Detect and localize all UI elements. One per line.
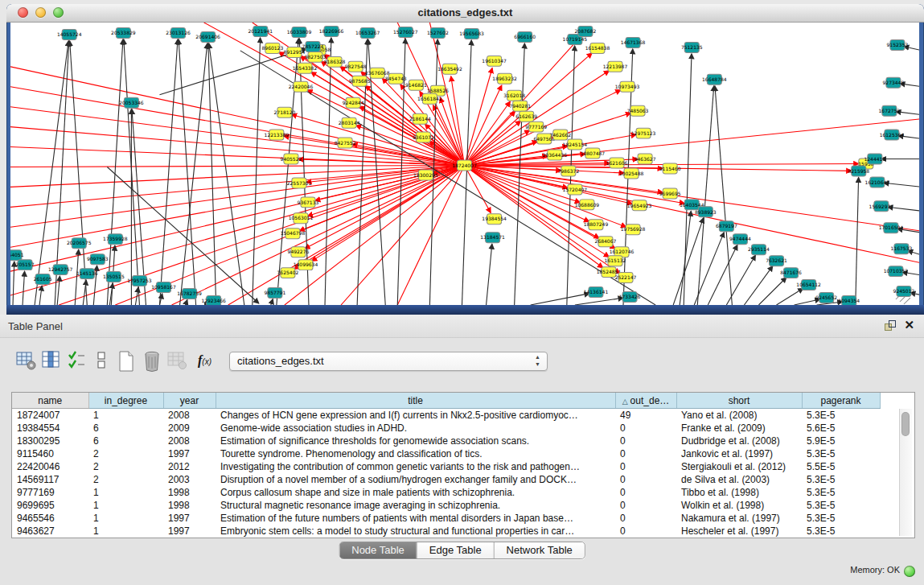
node-table[interactable]: namein_degreeyeartitle△out_de…shortpager… [11,392,915,538]
graph-node[interactable]: 205157 [16,260,35,270]
graph-node[interactable]: 8215958 [848,166,869,176]
graph-node[interactable]: 254051 [10,250,24,261]
graph-node[interactable]: 10958167 [151,282,176,293]
graph-node[interactable]: 18635492 [437,64,462,74]
table-cell[interactable]: 0 [615,460,676,473]
graph-node[interactable]: 18807249 [584,220,609,230]
graph-node[interactable]: 9245652 [815,293,837,303]
table-cell[interactable]: 1 [88,512,163,525]
network-view[interactable]: 1872400718300295896012389129541822605898… [10,23,919,305]
table-cell[interactable]: 9777169 [12,486,88,499]
graph-node[interactable]: 9367133 [298,197,319,208]
close-panel-icon[interactable]: ✕ [904,318,914,332]
table-cell[interactable]: 0 [615,447,676,460]
table-cell[interactable]: 5.3E-5 [802,512,880,525]
graph-node[interactable]: 9777169 [525,122,547,132]
graph-node[interactable]: 2803144 [339,117,360,128]
table-cell[interactable]: Genome-wide association studies in ADHD. [216,422,615,435]
table-cell[interactable]: Tourette syndrome. Phenomenology and cla… [216,447,615,460]
table-cell[interactable] [880,447,900,460]
graph-node[interactable]: 10807487 [581,148,606,159]
graph-node[interactable]: 1167533 [891,244,913,254]
table-cell[interactable]: 0 [615,525,676,538]
table-cell[interactable]: 2009 [163,422,216,435]
graph-node[interactable]: 12923466 [201,296,226,305]
row-height-icon[interactable] [95,350,117,373]
table-row[interactable]: 969969511998Structural magnetic resonanc… [12,499,900,512]
graph-node[interactable]: 9875685 [349,76,371,86]
table-cell[interactable]: 6 [88,435,163,447]
table-cell[interactable]: de Silva et al. (2003) [676,473,802,486]
table-cell[interactable]: 0 [615,499,676,512]
table-cell[interactable]: Investigating the contribution of common… [216,460,615,473]
table-cell[interactable]: 5.6E-5 [802,422,880,435]
column-header-out_de…[interactable]: △out_de… [615,393,676,409]
graph-node[interactable]: 15276027 [393,27,418,37]
column-header-short[interactable]: short [676,393,802,409]
graph-node[interactable]: 2935114 [748,245,770,255]
graph-node[interactable]: 15692971 [869,201,894,212]
table-row[interactable]: 977716911998Corpus callosum shape and si… [12,486,900,499]
table-row[interactable]: 946362711997Embryonic stem cells: a mode… [12,525,900,538]
graph-node[interactable]: 1145136 [76,269,98,279]
table-cell[interactable]: Wolkin et al. (1998) [676,499,802,512]
table-cell[interactable]: 9463627 [12,525,88,538]
graph-node[interactable]: 12975123 [631,128,656,138]
table-cell[interactable]: 19384554 [12,422,88,435]
graph-node[interactable]: 19384554 [482,214,507,225]
column-chooser-icon[interactable] [42,350,64,373]
graph-node[interactable]: 7462662 [549,130,571,140]
table-cell[interactable] [880,435,900,447]
table-cell[interactable]: Estimation of the future numbers of pati… [216,512,615,525]
table-row[interactable]: 911546021997Tourette syndrome. Phenomeno… [12,447,900,460]
graph-node[interactable]: 6966160 [514,31,536,42]
column-header-title[interactable]: title [216,393,615,409]
graph-node[interactable]: 2186144 [409,113,431,124]
column-header-name[interactable]: name [12,393,88,409]
graph-node[interactable]: 8938923 [695,207,717,217]
table-cell[interactable]: Nakamura et al. (1997) [676,512,802,525]
graph-node[interactable]: 23013126 [166,27,191,38]
graph-node[interactable]: 7512135 [681,42,703,52]
function-builder-icon[interactable]: f(x) [198,353,220,376]
graph-node[interactable]: 9245012 [893,286,915,297]
table-cell[interactable]: 1 [88,499,163,512]
table-cell[interactable]: 6 [88,422,163,435]
table-cell[interactable]: 1 [88,486,163,499]
graph-node[interactable]: 9463627 [634,154,656,164]
graph-node[interactable]: 8960123 [262,43,284,53]
delete-table-icon[interactable] [142,350,164,373]
graph-node[interactable]: 8427552 [335,138,356,148]
table-cell[interactable]: 18300295 [12,435,88,447]
table-cell[interactable] [880,409,900,422]
graph-node[interactable]: 20533829 [111,27,136,38]
window-titlebar[interactable]: citations_edges.txt [6,4,924,23]
table-cell[interactable]: 0 [615,435,676,447]
graph-node[interactable]: 20121941 [248,26,273,36]
graph-node[interactable]: 16033809 [287,27,312,37]
graph-node[interactable]: 9146821 [405,80,427,90]
table-cell[interactable]: Changes of HCN gene expression and I(f) … [216,409,615,422]
table-cell[interactable]: 5.9E-5 [802,435,880,447]
table-cell[interactable]: 5.3E-5 [802,525,880,538]
table-cell[interactable]: 9699695 [12,499,88,512]
graph-node[interactable]: 18226966 [319,26,344,36]
table-settings-icon[interactable] [16,350,39,373]
graph-node[interactable]: 20364436 [543,150,568,160]
table-cell[interactable]: 0 [615,486,676,499]
graph-node[interactable]: 16154838 [585,43,610,53]
graph-node[interactable]: 22420046 [289,81,314,92]
table-cell[interactable] [880,473,900,486]
graph-node[interactable]: 12213987 [603,61,628,72]
table-row[interactable]: 946554611997Estimation of the future num… [12,512,900,525]
graph-node[interactable]: 12942757 [48,265,73,275]
table-row[interactable]: 1938455462009Genome-wide association stu… [12,422,900,435]
graph-node[interactable]: 1615132 [605,256,626,266]
graph-node[interactable]: 17957253 [127,276,152,286]
graph-node[interactable]: 14099634 [294,260,318,270]
table-cell[interactable]: 5.5E-5 [802,460,880,473]
table-cell[interactable]: 2 [88,460,163,473]
graph-node[interactable]: 7632621 [766,256,787,266]
table-cell[interactable] [880,486,900,499]
graph-node[interactable]: 1733426 [619,292,641,303]
